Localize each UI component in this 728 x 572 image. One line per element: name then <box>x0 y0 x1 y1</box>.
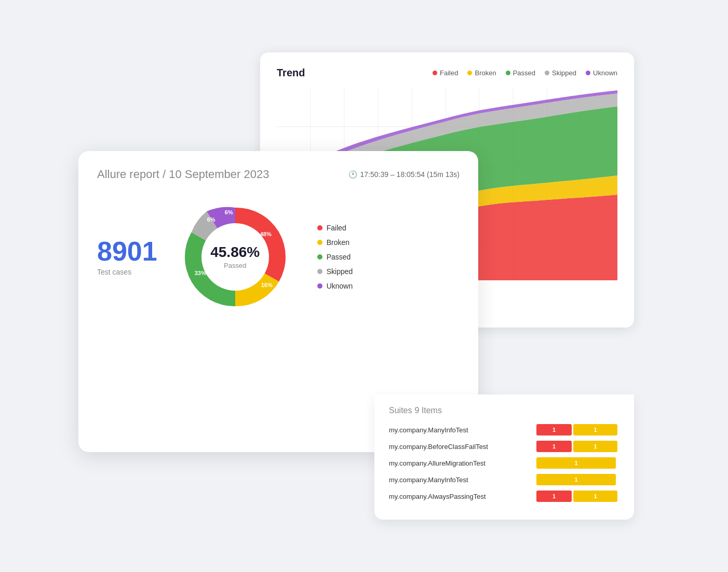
suites-title: Suites 9 Items <box>389 405 619 416</box>
chart-legend-broken: Broken <box>317 238 353 247</box>
test-count-number: 8901 <box>97 238 157 265</box>
suites-panel: Suites 9 Items my.company.ManyInfoTest 1… <box>374 394 634 520</box>
chart-skipped-label: Skipped <box>327 267 353 276</box>
chart-unknown-dot <box>317 283 322 289</box>
suite-bar-4: 1 1 <box>536 491 619 502</box>
suite-bar-2: 1 <box>536 457 619 469</box>
suite-name-4: my.company.AlwaysPassingTest <box>389 493 536 500</box>
bar-red-4: 1 <box>536 491 572 502</box>
suite-name-0: my.company.ManyInfoTest <box>389 426 536 434</box>
chart-broken-dot <box>317 240 322 245</box>
report-date: 10 September 2023 <box>169 168 269 181</box>
broken-dot <box>467 71 472 75</box>
unknown-dot <box>586 71 590 75</box>
bar-yellow-0: 1 <box>573 424 617 435</box>
bar-yellow-4: 1 <box>573 491 617 502</box>
segment-label-unknown: 6% <box>225 209 233 215</box>
chart-legend: Failed Broken Passed Skipped Uknown <box>317 224 353 290</box>
legend-skipped: Skipped <box>545 69 576 77</box>
legend-passed-label: Passed <box>513 69 535 77</box>
report-title: Allure report / 10 September 2023 <box>97 168 269 181</box>
bar-yellow-2: 1 <box>536 457 616 469</box>
chart-passed-label: Passed <box>327 253 351 261</box>
suites-count-num: 9 Items <box>414 406 441 415</box>
chart-skipped-dot <box>317 269 322 274</box>
suite-bar-1: 1 1 <box>536 441 619 452</box>
scene: Trend Failed Broken Passed Skipped <box>78 52 650 520</box>
trend-title: Trend <box>277 67 305 79</box>
donut-center: 45.86% Passed <box>210 244 260 269</box>
segment-label-passed: 48% <box>260 231 272 237</box>
segment-label-broken: 16% <box>261 282 273 288</box>
suite-name-2: my.company.AllureMigrationTest <box>389 459 536 467</box>
suite-row-0: my.company.ManyInfoTest 1 1 <box>389 424 619 435</box>
suite-bar-0: 1 1 <box>536 424 619 435</box>
legend-skipped-label: Skipped <box>552 69 576 77</box>
segment-label-failed: 33% <box>195 270 206 276</box>
suite-row-1: my.company.BeforeClassFailTest 1 1 <box>389 441 619 452</box>
legend-unknown: Uknown <box>586 69 617 77</box>
legend-unknown-label: Uknown <box>593 69 617 77</box>
test-count-label: Test cases <box>97 268 131 276</box>
suite-row-2: my.company.AllureMigrationTest 1 <box>389 457 619 469</box>
suite-name-1: my.company.BeforeClassFailTest <box>389 443 536 451</box>
report-body: 8901 Test cases <box>97 200 460 314</box>
trend-header: Trend Failed Broken Passed Skipped <box>277 67 617 79</box>
legend-broken: Broken <box>467 69 496 77</box>
clock-icon: 🕐 <box>348 170 357 179</box>
bar-yellow-1: 1 <box>573 441 617 452</box>
chart-legend-unknown: Uknown <box>317 282 353 290</box>
test-count: 8901 Test cases <box>97 238 157 276</box>
chart-unknown-label: Uknown <box>327 282 353 290</box>
donut-percent: 45.86% <box>210 244 260 261</box>
chart-legend-failed: Failed <box>317 224 353 232</box>
donut-chart: 33% 16% 48% 6% 6% 45.86% Passed <box>178 200 292 314</box>
chart-failed-label: Failed <box>327 224 346 232</box>
chart-legend-skipped: Skipped <box>317 267 353 276</box>
donut-passed-label: Passed <box>210 262 260 269</box>
report-title-main: Allure report <box>97 168 159 181</box>
legend-failed: Failed <box>433 69 458 77</box>
report-header: Allure report / 10 September 2023 🕐 17:5… <box>97 168 460 181</box>
suite-bar-3: 1 <box>536 474 619 485</box>
report-title-separator: / <box>163 168 169 181</box>
chart-failed-dot <box>317 225 322 230</box>
failed-dot <box>433 71 437 75</box>
legend-failed-label: Failed <box>440 69 458 77</box>
bar-yellow-3: 1 <box>536 474 616 485</box>
report-time-text: 17:50:39 – 18:05:54 (15m 13s) <box>360 170 460 179</box>
chart-broken-label: Broken <box>327 238 349 247</box>
trend-legend: Failed Broken Passed Skipped Uknown <box>433 69 617 77</box>
bar-red-1: 1 <box>536 441 572 452</box>
bar-red-0: 1 <box>536 424 572 435</box>
suite-row-4: my.company.AlwaysPassingTest 1 1 <box>389 491 619 502</box>
legend-passed: Passed <box>506 69 535 77</box>
passed-dot <box>506 71 510 75</box>
suite-row-3: my.company.ManyInfoTest 1 <box>389 474 619 485</box>
legend-broken-label: Broken <box>475 69 496 77</box>
skipped-dot <box>545 71 549 75</box>
chart-legend-passed: Passed <box>317 253 353 261</box>
chart-passed-dot <box>317 254 322 260</box>
suite-name-3: my.company.ManyInfoTest <box>389 476 536 484</box>
segment-label-skipped: 6% <box>207 216 215 223</box>
suites-title-text: Suites <box>389 406 412 415</box>
report-time: 🕐 17:50:39 – 18:05:54 (15m 13s) <box>348 170 460 179</box>
